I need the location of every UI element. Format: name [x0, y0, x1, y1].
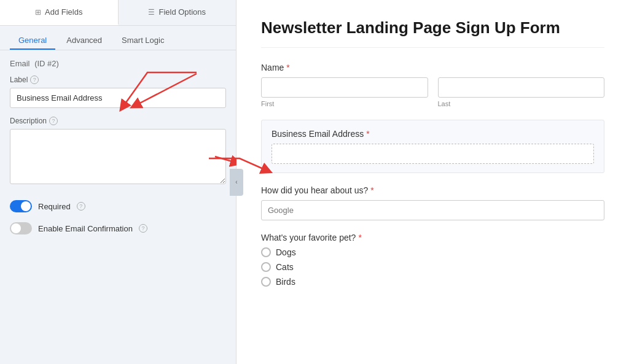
label-help-icon[interactable]: ?: [30, 76, 39, 84]
first-name-col: First: [261, 77, 428, 107]
radio-circle-birds: [261, 277, 271, 287]
radio-dogs[interactable]: Dogs: [261, 247, 604, 257]
email-field-section: Business Email Address *: [261, 120, 604, 173]
sub-tab-bar: General Advanced Smart Logic: [0, 26, 236, 50]
description-help-icon[interactable]: ?: [49, 117, 58, 125]
pet-required-star: *: [358, 233, 361, 242]
collapse-panel-button[interactable]: ‹: [230, 169, 243, 196]
hear-required-star: *: [370, 185, 373, 195]
right-panel: Newsletter Landing Page Sign Up Form Nam…: [236, 0, 629, 364]
email-required-star: *: [366, 129, 369, 139]
hear-field-label: How did you hear about us? *: [261, 185, 604, 195]
collapse-icon: ‹: [235, 179, 237, 185]
radio-cats[interactable]: Cats: [261, 262, 604, 272]
radio-birds[interactable]: Birds: [261, 277, 604, 287]
pet-radio-group: Dogs Cats Birds: [261, 247, 604, 287]
field-options-label: Field Options: [158, 7, 206, 17]
tab-advanced[interactable]: Advanced: [58, 32, 111, 50]
hear-input[interactable]: [261, 200, 604, 220]
first-name-sublabel: First: [261, 100, 428, 107]
email-confirmation-toggle[interactable]: [10, 222, 32, 234]
email-input[interactable]: [272, 144, 594, 164]
description-textarea[interactable]: [10, 129, 226, 184]
field-options-icon: ☰: [148, 8, 155, 17]
tab-smart-logic[interactable]: Smart Logic: [113, 32, 173, 50]
left-panel: ⊞ Add Fields ☰ Field Options General Adv…: [0, 0, 236, 364]
label-group: Label ?: [10, 76, 226, 108]
last-name-sublabel: Last: [438, 100, 605, 107]
tab-general[interactable]: General: [10, 32, 55, 50]
field-options-tab[interactable]: ☰ Field Options: [119, 0, 236, 25]
add-fields-tab[interactable]: ⊞ Add Fields: [0, 0, 119, 25]
pet-field-label: What's your favorite pet? *: [261, 233, 604, 242]
name-required-star: *: [286, 63, 289, 72]
first-name-input[interactable]: [261, 77, 428, 98]
last-name-input[interactable]: [438, 77, 605, 98]
description-group: Description ?: [10, 117, 226, 187]
add-fields-icon: ⊞: [35, 8, 41, 17]
email-field-label: Business Email Address *: [272, 129, 594, 139]
field-settings-section: Email (ID #2) Label ? Description ? Requ…: [0, 50, 236, 248]
form-title: Newsletter Landing Page Sign Up Form: [261, 18, 604, 48]
required-toggle[interactable]: [10, 200, 32, 212]
add-fields-label: Add Fields: [45, 7, 82, 17]
radio-circle-dogs: [261, 247, 271, 257]
last-name-col: Last: [438, 77, 605, 107]
radio-circle-cats: [261, 262, 271, 272]
pet-field-group: What's your favorite pet? * Dogs Cats Bi…: [261, 233, 604, 287]
field-id: Email (ID #2): [10, 59, 226, 68]
name-field-group: Name * First Last: [261, 63, 604, 107]
name-row: First Last: [261, 77, 604, 107]
required-toggle-row: Required ?: [10, 195, 226, 217]
name-field-label: Name *: [261, 63, 604, 72]
email-confirmation-help-icon[interactable]: ?: [139, 224, 147, 233]
description-field-label: Description ?: [10, 117, 226, 125]
email-confirmation-toggle-row: Enable Email Confirmation ?: [10, 217, 226, 239]
hear-about-us-group: How did you hear about us? *: [261, 185, 604, 220]
required-help-icon[interactable]: ?: [77, 202, 85, 211]
label-field-label: Label ?: [10, 76, 226, 84]
label-input[interactable]: [10, 88, 226, 108]
required-toggle-label: Required: [38, 202, 71, 211]
email-confirmation-toggle-label: Enable Email Confirmation: [38, 224, 133, 233]
top-tab-bar: ⊞ Add Fields ☰ Field Options: [0, 0, 236, 26]
